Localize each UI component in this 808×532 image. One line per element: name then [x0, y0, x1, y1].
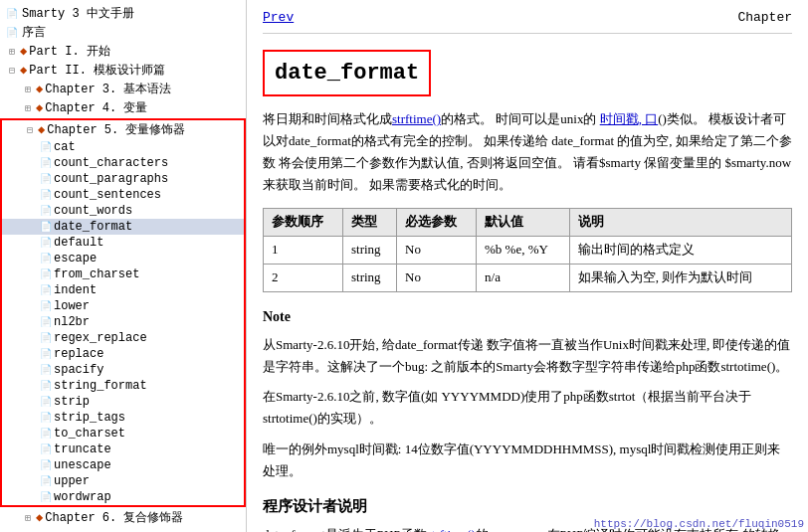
section-link[interactable]: strftime() [427, 527, 476, 532]
sidebar-item-label: default [54, 236, 103, 250]
sidebar-item-from-charset[interactable]: 📄 from_charset [2, 266, 244, 282]
sidebar-item-chapter4[interactable]: ⊞ ◆ Chapter 4. 变量 [0, 98, 246, 117]
sidebar-item-spacify[interactable]: 📄 spacify [2, 362, 244, 378]
doc-icon: 📄 [38, 380, 54, 392]
doc-icon: 📄 [38, 364, 54, 376]
cell-default: n/a [477, 264, 570, 291]
sidebar-item-chapter5[interactable]: ⊟ ◆ Chapter 5. 变量修饰器 [2, 120, 244, 139]
cell-required: No [397, 237, 477, 265]
sidebar-item-label: count_words [54, 204, 132, 218]
folder-icon: ◆ [20, 44, 27, 59]
sidebar-item-label: Part I. 开始 [29, 43, 110, 60]
expand-icon: ⊞ [4, 46, 20, 58]
cell-order: 2 [264, 264, 343, 291]
sidebar-item-label: replace [54, 347, 103, 361]
note-para-1: 从Smarty-2.6.10开始, 给date_format传递 数字值将一直被… [263, 334, 792, 378]
sidebar-item-lower[interactable]: 📄 lower [2, 298, 244, 314]
sidebar-item-nl2br[interactable]: 📄 nl2br [2, 314, 244, 330]
doc-icon: 📄 [38, 221, 54, 233]
doc-icon: 📄 [38, 396, 54, 408]
content-header: Prev Chapter [263, 8, 792, 34]
func-name: date_format [263, 50, 431, 96]
sidebar-item-label: regex_replace [54, 331, 147, 345]
expand-icon: ⊟ [22, 124, 38, 136]
sidebar-item-label: string_format [54, 379, 147, 393]
doc-icon: 📄 [38, 332, 54, 344]
doc-icon: 📄 [38, 268, 54, 280]
sidebar-item-regex-replace[interactable]: 📄 regex_replace [2, 330, 244, 346]
desc-text1: 将日期和时间格式化成 [263, 111, 392, 126]
sidebar-item-part1[interactable]: ⊞ ◆ Part I. 开始 [0, 42, 246, 61]
doc-icon: 📄 [38, 412, 54, 424]
description: 将日期和时间格式化成strftime()的格式。 时间可以是unix的 时间戳,… [263, 108, 792, 196]
sidebar-item-replace[interactable]: 📄 replace [2, 346, 244, 362]
folder-icon: ◆ [36, 82, 43, 96]
sidebar-item-label: wordwrap [54, 490, 111, 504]
strftime-link[interactable]: strftime() [392, 111, 441, 126]
sidebar-item-to-charset[interactable]: 📄 to_charset [2, 426, 244, 442]
sidebar-item-wordwrap[interactable]: 📄 wordwrap [2, 489, 244, 505]
sidebar-item-label: spacify [54, 363, 103, 377]
sidebar-item-label: Chapter 5. 变量修饰器 [47, 121, 185, 138]
sidebar-item-strip-tags[interactable]: 📄 strip_tags [2, 410, 244, 426]
cell-order: 1 [264, 237, 343, 265]
sidebar-item-label: cat [54, 140, 76, 154]
sidebar-item-strip[interactable]: 📄 strip [2, 394, 244, 410]
sidebar-item-chapter6[interactable]: ⊞ ◆ Chapter 6. 复合修饰器 [0, 508, 246, 527]
folder-icon: ◆ [36, 100, 43, 115]
sidebar-item-label: indent [54, 283, 97, 297]
col-desc: 说明 [569, 209, 791, 237]
sidebar-item-label: Chapter 4. 变量 [45, 99, 147, 116]
sidebar-item-label: count_sentences [54, 188, 161, 202]
content-area: Prev Chapter date_format 将日期和时间格式化成strft… [247, 0, 808, 532]
sidebar-item-label: lower [54, 299, 90, 313]
chapter5-group: ⊟ ◆ Chapter 5. 变量修饰器 📄 cat 📄 count_chara… [0, 118, 246, 507]
sidebar-item-truncate[interactable]: 📄 truncate [2, 442, 244, 457]
sidebar-item-count-characters[interactable]: 📄 count_characters [2, 155, 244, 171]
sidebar-item-manual[interactable]: 📄 Smarty 3 中文手册 [0, 4, 246, 23]
sidebar-item-label: unescape [54, 458, 111, 472]
col-type: 类型 [342, 209, 396, 237]
section-heading: 程序设计者说明 [263, 494, 792, 518]
table-row: 1 string No %b %e, %Y 输出时间的格式定义 [264, 237, 792, 265]
doc-icon: 📄 [38, 300, 54, 312]
sidebar: 📄 Smarty 3 中文手册 📄 序言 ⊞ ◆ Part I. 开始 ⊟ ◆ … [0, 0, 247, 532]
sidebar-item-upper[interactable]: 📄 upper [2, 473, 244, 489]
expand-icon: ⊞ [20, 512, 36, 524]
sidebar-item-escape[interactable]: 📄 escape [2, 251, 244, 266]
sidebar-item-part2[interactable]: ⊟ ◆ Part II. 模板设计师篇 [0, 61, 246, 80]
doc-icon: 📄 [38, 237, 54, 249]
sidebar-item-default[interactable]: 📄 default [2, 235, 244, 251]
sidebar-item-unescape[interactable]: 📄 unescape [2, 457, 244, 473]
sidebar-item-label: count_paragraphs [54, 172, 168, 186]
sidebar-item-count-paragraphs[interactable]: 📄 count_paragraphs [2, 171, 244, 187]
sidebar-item-count-words[interactable]: 📄 count_words [2, 203, 244, 219]
sidebar-item-label: 序言 [22, 24, 46, 41]
sidebar-item-label: escape [54, 252, 97, 266]
watermark: https://blog.csdn.net/fluqin0519 [594, 518, 804, 530]
sidebar-item-label: date_format [54, 220, 132, 234]
sidebar-item-preface[interactable]: 📄 序言 [0, 23, 246, 42]
sidebar-item-chapter3[interactable]: ⊞ ◆ Chapter 3. 基本语法 [0, 80, 246, 98]
sidebar-item-label: Smarty 3 中文手册 [22, 5, 134, 22]
prev-link[interactable]: Prev [263, 8, 294, 29]
sidebar-item-label: Chapter 6. 复合修饰器 [45, 509, 183, 526]
doc-icon: 📄 [38, 428, 54, 440]
sidebar-item-count-sentences[interactable]: 📄 count_sentences [2, 187, 244, 203]
doc-icon: 📄 [38, 157, 54, 169]
sidebar-item-string-format[interactable]: 📄 string_format [2, 378, 244, 394]
timestamp-link[interactable]: 时间戳, 口 [600, 111, 659, 126]
doc-icon: 📄 [38, 189, 54, 201]
sidebar-item-label: to_charset [54, 427, 125, 441]
sidebar-item-date-format[interactable]: 📄 date_format [2, 219, 244, 235]
sidebar-item-label: nl2br [54, 315, 90, 329]
sidebar-item-label: truncate [54, 443, 111, 456]
doc-icon: 📄 [4, 8, 20, 20]
doc-icon: 📄 [38, 284, 54, 296]
note-para-2: 在Smarty-2.6.10之前, 数字值(如 YYYYMMDD)使用了php函… [263, 386, 792, 430]
sidebar-item-indent[interactable]: 📄 indent [2, 282, 244, 298]
sidebar-item-label: Chapter 3. 基本语法 [45, 81, 171, 97]
doc-icon: 📄 [38, 205, 54, 217]
expand-icon: ⊟ [4, 65, 20, 77]
sidebar-item-cat[interactable]: 📄 cat [2, 139, 244, 155]
